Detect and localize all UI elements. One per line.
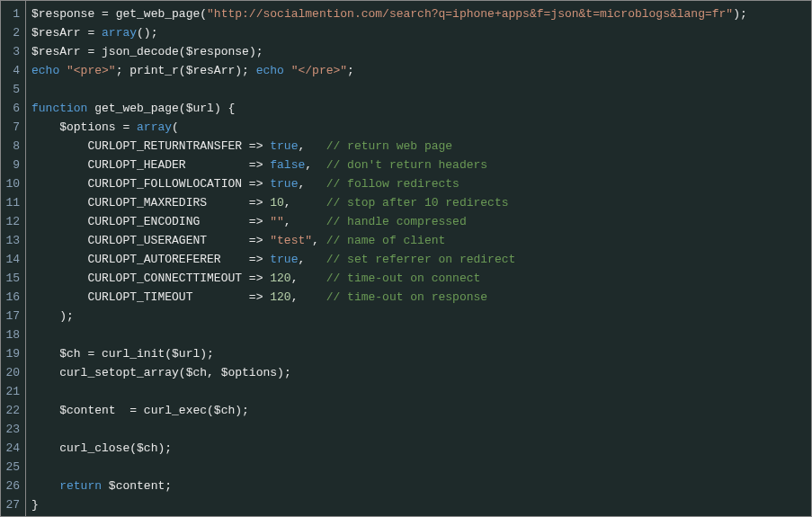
code-token: // stop after 10 redirects [326,196,509,209]
code-token: get_web_page [116,7,201,21]
code-token: => [249,177,270,191]
code-token: , [291,290,326,304]
code-token: 120 [270,290,290,304]
line-number: 5 [4,80,20,99]
code-token: ( [179,102,186,115]
code-token: ; [165,479,172,493]
code-token: $url [186,102,214,115]
code-area[interactable]: $response = get_web_page("http://socialm… [26,1,811,516]
code-token: = [102,7,116,21]
code-token: function [31,102,94,115]
code-token: => [249,139,270,153]
code-line[interactable]: CURLOPT_USERAGENT => "test", // name of … [31,231,806,250]
code-line[interactable] [31,420,806,439]
code-token: CURLOPT_RETURNTRANSFER [31,139,249,153]
code-line[interactable]: $resArr = array(); [31,23,806,42]
code-line[interactable]: CURLOPT_ENCODING => "", // handle compre… [31,212,806,231]
code-token: 10 [270,196,284,209]
code-token: $url [172,347,200,361]
code-line[interactable] [31,80,806,99]
code-token: CURLOPT_USERAGENT [31,234,249,247]
code-line[interactable]: CURLOPT_RETURNTRANSFER => true, // retur… [31,137,806,156]
code-token: $response [31,7,102,21]
code-line[interactable]: curl_setopt_array($ch, $options); [31,363,806,382]
line-number: 17 [4,307,20,325]
code-token [31,423,39,436]
code-token: => [249,290,270,304]
code-line[interactable]: CURLOPT_CONNECTTIMEOUT => 120, // time-o… [31,269,806,288]
line-number: 10 [4,174,20,193]
code-token: curl_setopt_array [31,366,179,379]
code-line[interactable]: CURLOPT_FOLLOWLOCATION => true, // follo… [31,174,806,193]
code-line[interactable]: $resArr = json_decode($response); [31,42,806,61]
line-number: 3 [4,42,20,61]
code-token: curl_close [31,441,129,455]
code-line[interactable]: $options = array( [31,118,806,137]
code-token: = [87,26,102,40]
line-number: 26 [4,477,20,495]
code-token: ; [116,64,130,77]
code-token: $options [221,366,277,379]
code-token: ); [157,441,172,455]
code-token: ( [179,64,186,77]
line-number: 13 [4,231,20,250]
line-number: 7 [4,118,20,137]
line-number: 23 [4,420,20,439]
code-token [31,385,39,398]
code-token: , [284,215,326,228]
code-token: ( [200,7,207,21]
code-token: = [122,120,137,134]
line-number: 8 [4,137,20,156]
code-line[interactable]: CURLOPT_AUTOREFERER => true, // set refe… [31,250,806,269]
code-token: CURLOPT_CONNECTTIMEOUT [31,272,249,285]
code-token: // don't return headers [326,158,487,172]
code-line[interactable] [31,325,806,344]
code-line[interactable]: $ch = curl_init($url); [31,344,806,363]
code-line[interactable]: $content = curl_exec($ch); [31,401,806,420]
code-token: json_decode [102,45,179,58]
code-token: => [249,234,270,247]
code-line[interactable]: ); [31,307,806,325]
code-token: , [298,139,326,153]
code-token: CURLOPT_AUTOREFERER [31,253,249,266]
code-token: echo [256,64,291,77]
code-token: ); [733,7,747,21]
code-line[interactable]: CURLOPT_MAXREDIRS => 10, // stop after 1… [31,193,806,212]
code-line[interactable]: curl_close($ch); [31,439,806,458]
line-number: 14 [4,250,20,269]
line-number: 11 [4,193,20,212]
line-number: 19 [4,344,20,363]
code-line[interactable]: $response = get_web_page("http://socialm… [31,4,806,23]
code-token: CURLOPT_ENCODING [31,215,249,228]
code-token [31,83,39,96]
code-token: ); [31,309,74,323]
code-token: // time-out on response [326,290,487,304]
code-line[interactable]: CURLOPT_TIMEOUT => 120, // time-out on r… [31,288,806,307]
code-line[interactable]: CURLOPT_HEADER => false, // don't return… [31,156,806,174]
code-token: , [284,196,326,209]
code-token: CURLOPT_MAXREDIRS [31,196,249,209]
code-token: , [312,234,326,247]
code-token [31,460,39,474]
line-number: 4 [4,61,20,80]
code-line[interactable]: function get_web_page($url) { [31,99,806,118]
code-line[interactable] [31,458,806,477]
line-number: 24 [4,439,20,458]
code-token [31,328,39,342]
code-line[interactable]: } [31,495,806,514]
code-line[interactable] [31,382,806,401]
code-token: ( [172,120,179,134]
code-token: , [207,366,221,379]
line-number: 9 [4,156,20,174]
code-token: $resArr [31,26,87,40]
code-token: = [129,404,144,417]
code-token: ); [235,64,255,77]
code-token: // handle compressed [326,215,467,228]
code-token: = [87,45,102,58]
code-token: , [298,177,326,191]
code-line[interactable]: echo "<pre>"; print_r($resArr); echo "</… [31,61,806,80]
line-number: 21 [4,382,20,401]
code-token: ); [235,404,249,417]
code-line[interactable]: return $content; [31,477,806,495]
code-token: echo [31,64,67,77]
